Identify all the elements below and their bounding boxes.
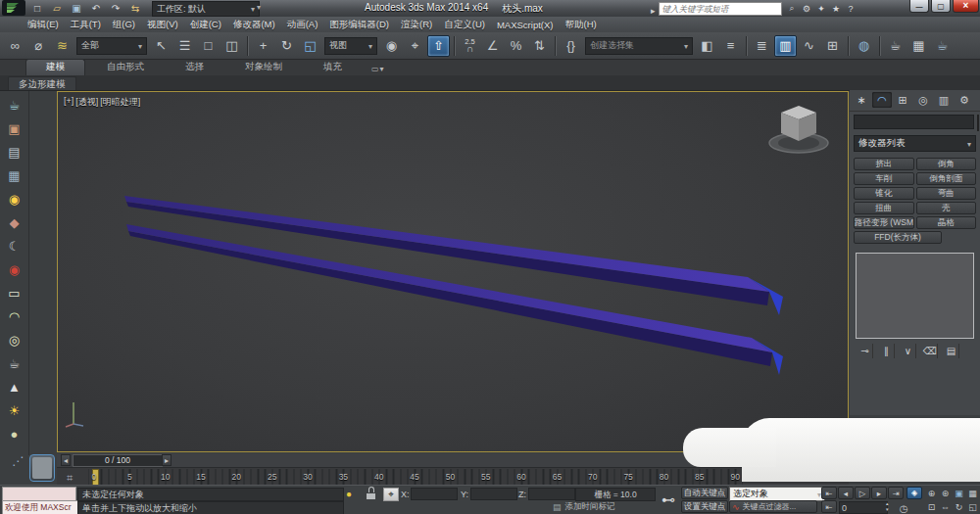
modifier-preset-button[interactable]: 晶格 [916,216,977,229]
menu-item[interactable]: 动画(A) [281,19,324,31]
view-cube[interactable] [763,102,834,155]
modifier-preset-button[interactable]: 倒角剖面 [916,172,977,185]
rectangular-selection-region-icon[interactable]: □ [197,35,220,57]
menu-item[interactable]: 图形编辑器(D) [323,19,395,31]
create-tab-icon[interactable]: ∗ [852,92,871,108]
motion-tab-icon[interactable]: ◎ [913,92,933,108]
pin-stack-icon[interactable]: ⊸ [858,344,873,358]
edit-named-selection-sets-icon[interactable]: {} [560,35,582,57]
schematic-view-icon[interactable]: ⊞ [821,35,844,57]
add-time-tag[interactable]: 添加时间标记 [553,501,615,513]
time-slider-handle[interactable]: 0 / 100 [73,454,163,467]
render-setup-icon[interactable]: ☕ [884,35,906,57]
material-editor-icon[interactable]: ◍ [853,35,875,57]
maxscript-mini-listener[interactable]: 欢迎使用 MAXScr [2,500,78,514]
z-coordinate-field[interactable] [528,488,575,500]
x-coordinate-field[interactable] [411,488,458,500]
auto-key-button[interactable]: 自动关键点 [681,487,728,499]
wrench-icon[interactable]: ⚙ [800,2,814,15]
modifier-preset-button[interactable]: 路径变形 (WSM) [854,216,914,229]
favorites-star-icon[interactable]: ★ [829,2,844,15]
select-by-name-icon[interactable]: ☰ [173,35,196,57]
modifier-stack-list[interactable] [856,253,974,339]
open-file-icon[interactable]: ▱ [49,2,65,16]
previous-key-icon[interactable]: ⇤ [821,500,837,513]
workspace-dropdown[interactable]: 工作区: 默认 [152,1,260,17]
snaps-toggle-icon[interactable]: 2.5 [459,35,481,57]
selection-lock-corner-toggle[interactable] [29,454,55,482]
keyboard-override-toggle-icon[interactable]: ⇧ [427,35,450,57]
viewport-general-menu[interactable]: [+] [64,96,74,109]
window-crossing-icon[interactable]: ◫ [220,35,243,57]
zoom-extents-all-icon[interactable]: ▦ [966,487,979,499]
search-expand-icon[interactable] [651,0,656,18]
app-logo[interactable] [2,0,25,16]
go-to-end-icon[interactable]: ⇥ [888,487,904,499]
cone-icon[interactable]: ▲ [3,376,26,398]
percent-snap-icon[interactable]: % [505,35,527,57]
zoom-region-icon[interactable]: ⊡ [925,500,938,513]
ribbon-tab[interactable]: 对象绘制 [225,60,302,75]
list-editor-icon[interactable]: ▤ [3,141,26,164]
menu-item[interactable]: 渲染(R) [395,19,438,31]
help-icon[interactable]: ? [844,2,858,15]
ribbon-tab[interactable]: 填充 [304,60,362,75]
display-tab-icon[interactable]: ▥ [934,92,954,108]
plane-icon[interactable]: ▭ [3,282,26,304]
selection-set-dropdown[interactable]: 选定对象 [729,487,825,501]
absolute-mode-transform-icon[interactable] [383,488,399,501]
modifier-list-dropdown[interactable]: 修改器列表 [854,135,976,152]
menu-item[interactable]: 组(G) [107,19,141,31]
communication-center-icon[interactable]: ✦ [814,2,829,15]
bind-to-spacewarp-icon[interactable]: ≋ [51,35,74,57]
redo-icon[interactable]: ↷ [108,2,123,16]
graphite-ribbon-toggle-icon[interactable]: ▥ [774,35,797,57]
viewport-pov-menu[interactable]: [透视] [75,96,98,109]
search-icon[interactable]: ⌕ [785,2,800,15]
key-mode-toggle-icon[interactable] [906,487,922,499]
sun-icon[interactable]: ☀ [3,399,26,422]
named-selection-sets-dropdown[interactable]: 创建选择集 [585,37,693,55]
configure-modifier-sets-icon[interactable]: ▤ [944,344,959,358]
frame-spinner[interactable] [886,500,889,512]
video-camera-icon[interactable]: ◉ [3,258,26,281]
select-and-rotate-icon[interactable]: ↻ [275,35,298,57]
modifier-preset-button[interactable]: 扭曲 [854,202,914,214]
angle-snap-icon[interactable]: ∠ [481,35,504,57]
maxscript-macro-recorder[interactable] [2,487,76,501]
select-and-link-icon[interactable]: ∞ [4,35,26,57]
render-teapot-icon[interactable]: ☕ [3,94,26,117]
go-to-start-icon[interactable]: ⇤ [821,487,837,499]
modify-tab-icon[interactable]: ◠ [872,92,892,108]
set-key-icon[interactable] [661,487,676,512]
object-color-swatch[interactable] [977,115,979,131]
select-and-move-icon[interactable]: + [252,35,274,57]
close-button[interactable] [953,0,979,13]
layer-manager-icon[interactable]: ≣ [751,35,773,57]
modifier-preset-button[interactable]: FFD(长方体) [854,231,942,244]
menu-item[interactable]: 视图(V) [141,19,184,31]
modifier-preset-button[interactable]: 壳 [916,202,977,214]
spinner-snap-icon[interactable]: ⇅ [528,35,551,57]
render-production-icon[interactable]: ☕ [931,35,954,57]
menu-item[interactable]: 帮助(H) [559,19,602,31]
zoom-extents-icon[interactable]: ▣ [953,487,965,499]
zoom-icon[interactable]: ⊕ [925,487,938,499]
key-filters-button[interactable]: 关键点过滤器... [729,500,817,513]
selection-lock-icon[interactable] [367,491,376,499]
ribbon-minimize-icon[interactable] [371,58,385,75]
table-grid-icon[interactable]: ▦ [3,164,26,187]
play-icon[interactable]: ▷ [855,487,870,499]
ribbon-tab[interactable]: 自由形式 [87,60,164,75]
select-and-scale-icon[interactable]: ◱ [299,35,321,57]
ribbon-tab[interactable]: 建模 [25,59,85,75]
dome-icon[interactable]: ◠ [3,305,26,328]
menu-item[interactable]: MAXScript(X) [491,20,560,30]
sphere-icon[interactable]: ● [3,423,26,445]
use-pivot-point-center-icon[interactable]: ◉ [380,35,403,57]
zoom-all-icon[interactable]: ⊛ [939,487,952,499]
align-icon[interactable]: ≡ [719,35,742,57]
menu-item[interactable]: 修改器(M) [227,19,281,31]
viewport-image-icon[interactable]: ▣ [3,117,26,140]
camera-sound-icon[interactable]: ◆ [3,211,26,234]
